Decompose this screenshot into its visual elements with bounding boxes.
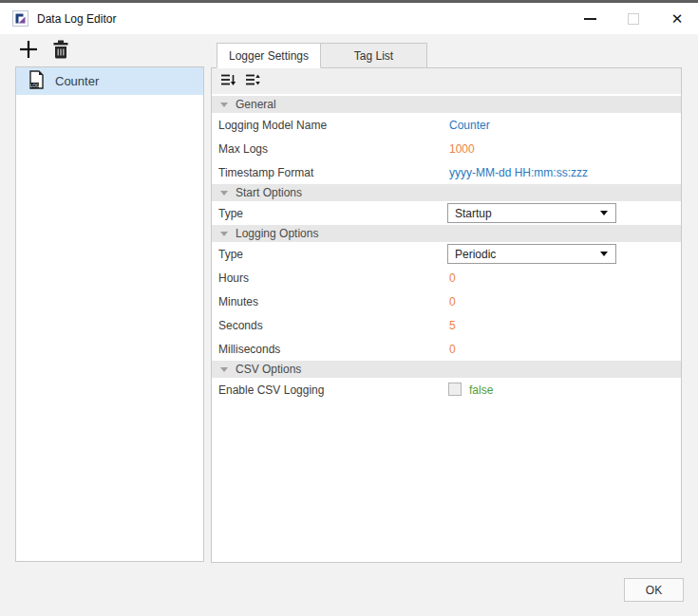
property-label: Milliseconds — [212, 343, 280, 356]
list-item-label: Counter — [55, 74, 99, 88]
property-row: Enable CSV Loggingfalse — [212, 378, 681, 401]
window-controls: ✕ — [561, 3, 692, 34]
property-row: Seconds5 — [212, 313, 681, 337]
property-row: Milliseconds0 — [212, 337, 681, 361]
add-logger-button[interactable] — [17, 40, 40, 63]
tab-logger-settings[interactable]: Logger Settings — [217, 43, 321, 68]
expand-categories-button[interactable] — [241, 70, 263, 92]
property-label: Timestamp Format — [212, 166, 313, 179]
trash-icon — [51, 39, 70, 64]
property-value[interactable]: yyyy-MM-dd HH:mm:ss:zzz — [449, 166, 588, 179]
maximize-button[interactable] — [618, 3, 649, 34]
property-dropdown[interactable]: Startup — [447, 203, 616, 223]
window-title: Data Log Editor — [37, 12, 116, 26]
property-value[interactable]: 0 — [449, 295, 456, 308]
plus-icon — [18, 39, 39, 64]
dropdown-value: Periodic — [455, 248, 496, 261]
list-item-logger[interactable]: LOGCounter — [16, 67, 203, 95]
ok-button[interactable]: OK — [624, 578, 684, 602]
property-value[interactable]: Counter — [449, 119, 490, 132]
property-label: Minutes — [212, 295, 258, 308]
property-grid-toolbar — [212, 68, 681, 94]
section-title: CSV Options — [236, 363, 301, 376]
dropdown-value: Startup — [455, 207, 492, 220]
property-label: Type — [212, 248, 243, 261]
section-header-start-options[interactable]: Start Options — [212, 184, 681, 201]
property-value[interactable]: 0 — [449, 271, 456, 285]
section-title: General — [236, 98, 276, 111]
collapse-categories-button[interactable] — [217, 70, 238, 92]
property-row: Minutes0 — [212, 289, 681, 313]
chevron-down-icon — [220, 191, 228, 196]
section-header-logging-options[interactable]: Logging Options — [212, 225, 681, 242]
property-value[interactable]: 1000 — [449, 142, 475, 156]
collapse-lines-icon — [219, 71, 236, 92]
chevron-down-icon — [220, 367, 228, 372]
minimize-icon — [584, 18, 596, 20]
property-label: Enable CSV Logging — [212, 383, 324, 397]
property-row: Logging Model NameCounter — [212, 113, 681, 137]
property-value[interactable]: 5 — [449, 319, 456, 332]
property-label: Max Logs — [212, 142, 268, 156]
property-row: TypePeriodic — [212, 242, 681, 266]
close-icon: ✕ — [671, 11, 684, 26]
property-label: Seconds — [212, 319, 263, 332]
property-dropdown[interactable]: Periodic — [447, 244, 616, 264]
section-title: Logging Options — [236, 227, 318, 240]
property-grid: GeneralLogging Model NameCounterMax Logs… — [212, 96, 681, 401]
property-row: TypeStartup — [212, 201, 681, 225]
property-row: Timestamp Formatyyyy-MM-dd HH:mm:ss:zzz — [212, 160, 681, 184]
expand-lines-icon — [244, 71, 261, 92]
tab-tag-list[interactable]: Tag List — [321, 43, 427, 68]
logger-settings-panel: GeneralLogging Model NameCounterMax Logs… — [211, 67, 682, 563]
svg-text:LOG: LOG — [30, 84, 40, 88]
property-label: Type — [212, 207, 243, 220]
section-header-general[interactable]: General — [212, 96, 681, 113]
section-title: Start Options — [236, 186, 302, 199]
property-row: Hours0 — [212, 266, 681, 289]
csv-logging-checkbox[interactable] — [448, 383, 462, 396]
chevron-down-icon — [220, 103, 228, 107]
chevron-down-icon — [600, 211, 608, 215]
maximize-icon — [628, 13, 639, 25]
log-document-icon: LOG — [28, 70, 45, 92]
delete-logger-button[interactable] — [49, 40, 72, 63]
chevron-down-icon — [220, 232, 228, 236]
property-value[interactable]: 0 — [449, 343, 456, 356]
property-label: Hours — [212, 271, 249, 285]
checkbox-value-label: false — [469, 383, 493, 397]
chevron-down-icon — [600, 252, 608, 256]
section-header-csv-options[interactable]: CSV Options — [212, 361, 681, 378]
logger-list: LOGCounter — [15, 66, 204, 562]
property-label: Logging Model Name — [212, 119, 327, 132]
property-row: Max Logs1000 — [212, 137, 681, 160]
logger-list-toolbar — [17, 40, 72, 63]
minimize-button[interactable] — [575, 3, 605, 34]
close-button[interactable]: ✕ — [662, 3, 692, 34]
app-logo-icon — [12, 10, 28, 27]
tab-bar: Logger SettingsTag List — [217, 43, 427, 68]
